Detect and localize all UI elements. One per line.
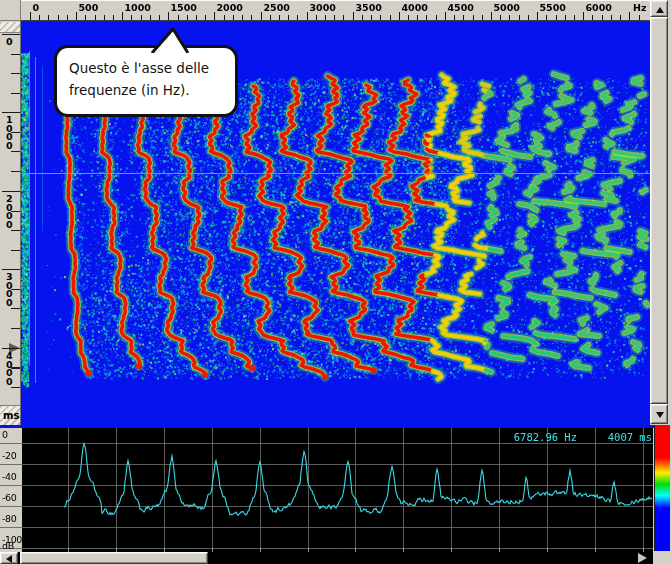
callout-text: Questo è l'asse delle frequenze (in Hz). <box>57 48 235 101</box>
time-minor-tick <box>11 387 20 388</box>
app-window: ms 01 0 0 02 0 0 03 0 0 04 0 0 0 Questo … <box>0 0 671 564</box>
horizontal-scrollbar-thumb[interactable] <box>20 552 208 564</box>
time-minor-tick <box>11 289 20 290</box>
callout-line-2: frequenze (in Hz). <box>69 79 235 101</box>
db-tick-label: -40 <box>2 471 22 482</box>
time-ruler: ms 01 0 0 02 0 0 03 0 0 04 0 0 0 <box>0 21 21 425</box>
vertical-scrollbar[interactable] <box>650 0 668 424</box>
intensity-colorbar <box>654 425 670 551</box>
time-minor-tick <box>11 308 20 309</box>
time-readout: 4007 ms <box>590 431 652 443</box>
time-major-tick <box>2 34 20 35</box>
time-minor-tick <box>11 171 20 172</box>
callout-tail <box>146 26 194 53</box>
time-minor-tick <box>11 368 20 369</box>
time-tick-label: 2 0 0 0 <box>6 195 19 229</box>
time-minor-tick <box>11 211 20 212</box>
db-tick-label: 0 <box>2 429 22 440</box>
time-tick-label: 3 0 0 0 <box>6 273 19 307</box>
vertical-scrollbar-thumb[interactable] <box>650 17 668 404</box>
frequency-readout: 6782.96 Hz <box>495 431 577 443</box>
time-minor-tick <box>11 230 20 231</box>
time-tick-label: 1 0 0 0 <box>6 116 19 150</box>
db-unit-label: dB <box>2 540 22 551</box>
time-major-tick <box>2 191 20 192</box>
time-major-tick <box>2 348 20 349</box>
time-minor-tick <box>11 250 20 251</box>
frequency-ruler <box>21 0 650 21</box>
db-gridline-stub <box>0 527 22 528</box>
db-gridline-stub <box>0 443 22 444</box>
down-arrow-icon <box>656 412 664 418</box>
scroll-left-button[interactable] <box>0 552 18 564</box>
ruler-hatch-top <box>0 22 20 33</box>
db-gridline-stub <box>0 464 22 465</box>
db-tick-label: -60 <box>2 492 22 503</box>
scroll-right-arrow-icon[interactable] <box>638 553 647 563</box>
left-arrow-icon <box>6 555 12 563</box>
db-gridline-stub <box>0 485 22 486</box>
time-tick-label: 0 <box>6 38 19 47</box>
callout-line-1: Questo è l'asse delle <box>69 57 235 79</box>
time-tick-label: 4 0 0 0 <box>6 352 19 386</box>
db-gridline-stub <box>0 506 22 507</box>
spectrum-plot[interactable] <box>22 428 653 552</box>
time-minor-tick <box>11 73 20 74</box>
time-minor-tick <box>11 367 20 368</box>
analysis-time-hairline <box>21 173 650 174</box>
ruler-corner-box <box>0 0 21 21</box>
time-minor-tick <box>11 132 20 133</box>
time-minor-tick <box>11 151 20 152</box>
scroll-up-button[interactable] <box>650 0 668 17</box>
db-tick-label: -20 <box>2 450 22 461</box>
scroll-down-button[interactable] <box>650 404 668 424</box>
time-major-tick <box>2 112 20 113</box>
time-minor-tick <box>11 328 20 329</box>
help-callout-bubble: Questo è l'asse delle frequenze (in Hz). <box>54 45 238 117</box>
time-minor-tick <box>11 54 20 55</box>
time-minor-tick <box>11 93 20 94</box>
time-unit-label: ms <box>3 410 19 421</box>
scrollbar-corner <box>653 551 671 564</box>
db-axis-gutter: 0-20-40-60-80-100dB <box>0 428 22 552</box>
up-arrow-icon <box>656 7 664 13</box>
time-major-tick <box>2 269 20 270</box>
db-tick-label: -80 <box>2 513 22 524</box>
